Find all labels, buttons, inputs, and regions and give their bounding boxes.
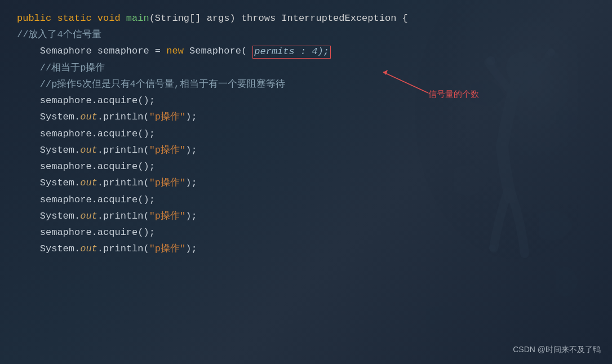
code-line-5: //p操作5次但是只有4个信号量,相当于有一个要阻塞等待 (17, 76, 595, 92)
code-line-acquire-1: semaphore.acquire(); (17, 92, 595, 109)
code-line-acquire-4: semaphore.acquire(); (17, 192, 595, 208)
code-line-acquire-2: semaphore.acquire(); (17, 126, 595, 142)
semaphore-constructor-prefix: Semaphore( (184, 43, 252, 59)
string-1: "p操作" (149, 109, 186, 125)
annotation-label: 信号量的个数 (428, 89, 479, 100)
system-1: System. (17, 109, 80, 125)
code-line-println-3: System.out.println("p操作"); (17, 175, 595, 191)
code-line-acquire-5: semaphore.acquire(); (17, 224, 595, 241)
acquire-call-2: semaphore.acquire(); (17, 126, 155, 142)
out-1: out (80, 109, 97, 125)
out-4: out (80, 208, 97, 224)
system-4: System. (17, 208, 80, 224)
comment-2: //相当于p操作 (17, 60, 105, 76)
code-line-acquire-3: semaphore.acquire(); (17, 158, 595, 175)
system-3: System. (17, 175, 80, 191)
out-5: out (80, 241, 97, 257)
close-5: ); (185, 241, 197, 257)
code-line-4: //相当于p操作 (17, 60, 595, 76)
method-signature: (String[] args) throws InterruptedExcept… (149, 10, 408, 26)
code-area: public static void main(String[] args) t… (0, 0, 612, 364)
println-3: .println( (97, 175, 149, 191)
println-5: .println( (97, 241, 149, 257)
code-line-println-4: System.out.println("p操作"); (17, 208, 595, 224)
comment-1: //放入了4个信号量 (17, 26, 101, 43)
code-line-1: public static void main(String[] args) t… (17, 10, 595, 26)
out-2: out (80, 142, 97, 158)
system-5: System. (17, 241, 80, 257)
watermark: CSDN @时间来不及了鸭 (513, 345, 601, 355)
string-5: "p操作" (149, 241, 186, 257)
println-1: .println( (97, 109, 149, 125)
semaphore-class: Semaphore semaphore = (17, 43, 166, 59)
string-2: "p操作" (149, 142, 186, 158)
code-line-println-2: System.out.println("p操作"); (17, 142, 595, 158)
keyword-new: new (166, 43, 184, 59)
acquire-call-1: semaphore.acquire(); (17, 92, 155, 109)
acquire-call-3: semaphore.acquire(); (17, 158, 155, 175)
system-2: System. (17, 142, 80, 158)
code-line-2: //放入了4个信号量 (17, 26, 595, 43)
permits-param: permits : 4); (252, 46, 331, 58)
close-3: ); (185, 175, 197, 191)
acquire-call-4: semaphore.acquire(); (17, 192, 155, 208)
close-2: ); (185, 142, 197, 158)
keyword-public: public static void (17, 10, 126, 26)
code-line-3: Semaphore semaphore = new Semaphore( per… (17, 43, 595, 59)
acquire-call-5: semaphore.acquire(); (17, 224, 155, 241)
string-3: "p操作" (149, 175, 186, 191)
println-2: .println( (97, 142, 149, 158)
code-line-println-1: System.out.println("p操作"); (17, 109, 595, 125)
close-4: ); (185, 208, 197, 224)
println-4: .println( (97, 208, 149, 224)
code-line-println-5: System.out.println("p操作"); (17, 241, 595, 257)
out-3: out (80, 175, 97, 191)
comment-3: //p操作5次但是只有4个信号量,相当于有一个要阻塞等待 (17, 76, 285, 92)
keyword-main: main (126, 10, 149, 26)
close-1: ); (185, 109, 197, 125)
string-4: "p操作" (149, 208, 186, 224)
